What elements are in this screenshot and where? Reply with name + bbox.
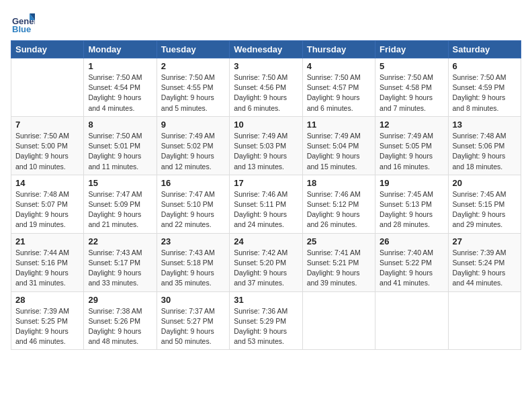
day-info: Sunrise: 7:46 AMSunset: 5:12 PMDaylight:… bbox=[307, 189, 371, 230]
day-info: Sunrise: 7:43 AMSunset: 5:18 PMDaylight:… bbox=[161, 248, 225, 289]
day-info: Sunrise: 7:47 AMSunset: 5:09 PMDaylight:… bbox=[88, 189, 152, 230]
logo-icon: General Blue bbox=[11, 11, 35, 35]
svg-text:Blue: Blue bbox=[12, 24, 31, 34]
calendar-week-row: 14 Sunrise: 7:48 AMSunset: 5:07 PMDaylig… bbox=[11, 175, 521, 233]
day-number: 5 bbox=[380, 61, 443, 71]
weekday-header-sunday: Sunday bbox=[11, 41, 84, 58]
day-number: 9 bbox=[161, 120, 225, 130]
day-number: 19 bbox=[380, 178, 443, 188]
day-number: 6 bbox=[453, 61, 517, 71]
day-info: Sunrise: 7:40 AMSunset: 5:22 PMDaylight:… bbox=[380, 248, 443, 289]
weekday-header-monday: Monday bbox=[84, 41, 157, 58]
calendar-week-row: 1 Sunrise: 7:50 AMSunset: 4:54 PMDayligh… bbox=[11, 58, 521, 117]
logo: General Blue bbox=[11, 11, 35, 35]
day-info: Sunrise: 7:48 AMSunset: 5:07 PMDaylight:… bbox=[15, 189, 79, 230]
day-number: 25 bbox=[307, 236, 371, 246]
calendar-cell: 25 Sunrise: 7:41 AMSunset: 5:21 PMDaylig… bbox=[302, 233, 375, 291]
day-info: Sunrise: 7:39 AMSunset: 5:24 PMDaylight:… bbox=[453, 248, 517, 289]
day-number: 14 bbox=[15, 178, 79, 188]
day-info: Sunrise: 7:48 AMSunset: 5:06 PMDaylight:… bbox=[453, 131, 517, 172]
day-number: 28 bbox=[15, 295, 79, 305]
calendar-week-row: 7 Sunrise: 7:50 AMSunset: 5:00 PMDayligh… bbox=[11, 116, 521, 175]
calendar-cell bbox=[302, 291, 375, 350]
calendar-cell: 24 Sunrise: 7:42 AMSunset: 5:20 PMDaylig… bbox=[230, 233, 302, 291]
calendar-cell: 18 Sunrise: 7:46 AMSunset: 5:12 PMDaylig… bbox=[302, 175, 375, 233]
day-info: Sunrise: 7:50 AMSunset: 4:58 PMDaylight:… bbox=[380, 73, 443, 113]
day-number: 16 bbox=[161, 178, 225, 188]
calendar-cell: 9 Sunrise: 7:49 AMSunset: 5:02 PMDayligh… bbox=[157, 116, 229, 175]
day-info: Sunrise: 7:44 AMSunset: 5:16 PMDaylight:… bbox=[15, 248, 79, 289]
day-number: 11 bbox=[307, 120, 371, 130]
day-info: Sunrise: 7:39 AMSunset: 5:25 PMDaylight:… bbox=[15, 306, 79, 347]
day-info: Sunrise: 7:36 AMSunset: 5:29 PMDaylight:… bbox=[234, 306, 298, 347]
calendar-cell: 5 Sunrise: 7:50 AMSunset: 4:58 PMDayligh… bbox=[375, 58, 448, 117]
weekday-header-tuesday: Tuesday bbox=[157, 41, 229, 58]
day-info: Sunrise: 7:37 AMSunset: 5:27 PMDaylight:… bbox=[161, 306, 225, 347]
day-number: 4 bbox=[307, 61, 371, 71]
calendar-cell: 17 Sunrise: 7:46 AMSunset: 5:11 PMDaylig… bbox=[230, 175, 302, 233]
calendar-cell: 14 Sunrise: 7:48 AMSunset: 5:07 PMDaylig… bbox=[11, 175, 84, 233]
day-number: 7 bbox=[15, 120, 79, 130]
calendar-cell: 8 Sunrise: 7:50 AMSunset: 5:01 PMDayligh… bbox=[84, 116, 157, 175]
calendar-cell: 22 Sunrise: 7:43 AMSunset: 5:17 PMDaylig… bbox=[84, 233, 157, 291]
calendar-cell: 16 Sunrise: 7:47 AMSunset: 5:10 PMDaylig… bbox=[157, 175, 229, 233]
day-info: Sunrise: 7:43 AMSunset: 5:17 PMDaylight:… bbox=[88, 248, 152, 289]
calendar-cell: 7 Sunrise: 7:50 AMSunset: 5:00 PMDayligh… bbox=[11, 116, 84, 175]
day-number: 22 bbox=[88, 236, 152, 246]
calendar-cell: 3 Sunrise: 7:50 AMSunset: 4:56 PMDayligh… bbox=[230, 58, 302, 117]
calendar-cell: 23 Sunrise: 7:43 AMSunset: 5:18 PMDaylig… bbox=[157, 233, 229, 291]
day-number: 17 bbox=[234, 178, 298, 188]
day-number: 24 bbox=[234, 236, 298, 246]
calendar-cell: 20 Sunrise: 7:45 AMSunset: 5:15 PMDaylig… bbox=[448, 175, 521, 233]
weekday-header-thursday: Thursday bbox=[302, 41, 375, 58]
day-info: Sunrise: 7:49 AMSunset: 5:02 PMDaylight:… bbox=[161, 131, 225, 172]
day-info: Sunrise: 7:50 AMSunset: 5:01 PMDaylight:… bbox=[88, 131, 152, 172]
day-info: Sunrise: 7:45 AMSunset: 5:15 PMDaylight:… bbox=[453, 189, 517, 230]
day-info: Sunrise: 7:46 AMSunset: 5:11 PMDaylight:… bbox=[234, 189, 298, 230]
page-header: General Blue bbox=[11, 11, 521, 35]
day-number: 26 bbox=[380, 236, 443, 246]
day-number: 1 bbox=[88, 61, 152, 71]
day-info: Sunrise: 7:47 AMSunset: 5:10 PMDaylight:… bbox=[161, 189, 225, 230]
day-number: 21 bbox=[15, 236, 79, 246]
calendar-cell: 1 Sunrise: 7:50 AMSunset: 4:54 PMDayligh… bbox=[84, 58, 157, 117]
day-info: Sunrise: 7:50 AMSunset: 4:54 PMDaylight:… bbox=[88, 73, 152, 113]
day-number: 30 bbox=[161, 295, 225, 305]
day-number: 2 bbox=[161, 61, 225, 71]
calendar-cell: 30 Sunrise: 7:37 AMSunset: 5:27 PMDaylig… bbox=[157, 291, 229, 350]
day-info: Sunrise: 7:50 AMSunset: 5:00 PMDaylight:… bbox=[15, 131, 79, 172]
calendar-cell: 12 Sunrise: 7:49 AMSunset: 5:05 PMDaylig… bbox=[375, 116, 448, 175]
day-info: Sunrise: 7:49 AMSunset: 5:04 PMDaylight:… bbox=[307, 131, 371, 172]
calendar-table: SundayMondayTuesdayWednesdayThursdayFrid… bbox=[11, 40, 521, 350]
calendar-cell bbox=[448, 291, 521, 350]
weekday-header-friday: Friday bbox=[375, 41, 448, 58]
weekday-header-saturday: Saturday bbox=[448, 41, 521, 58]
day-info: Sunrise: 7:49 AMSunset: 5:03 PMDaylight:… bbox=[234, 131, 298, 172]
day-number: 3 bbox=[234, 61, 298, 71]
day-info: Sunrise: 7:50 AMSunset: 4:55 PMDaylight:… bbox=[161, 73, 225, 113]
day-number: 18 bbox=[307, 178, 371, 188]
calendar-cell: 11 Sunrise: 7:49 AMSunset: 5:04 PMDaylig… bbox=[302, 116, 375, 175]
day-number: 27 bbox=[453, 236, 517, 246]
day-info: Sunrise: 7:49 AMSunset: 5:05 PMDaylight:… bbox=[380, 131, 443, 172]
day-number: 29 bbox=[88, 295, 152, 305]
calendar-cell: 2 Sunrise: 7:50 AMSunset: 4:55 PMDayligh… bbox=[157, 58, 229, 117]
calendar-cell: 6 Sunrise: 7:50 AMSunset: 4:59 PMDayligh… bbox=[448, 58, 521, 117]
calendar-cell: 10 Sunrise: 7:49 AMSunset: 5:03 PMDaylig… bbox=[230, 116, 302, 175]
day-number: 20 bbox=[453, 178, 517, 188]
day-number: 15 bbox=[88, 178, 152, 188]
calendar-cell: 15 Sunrise: 7:47 AMSunset: 5:09 PMDaylig… bbox=[84, 175, 157, 233]
calendar-cell: 4 Sunrise: 7:50 AMSunset: 4:57 PMDayligh… bbox=[302, 58, 375, 117]
calendar-cell: 19 Sunrise: 7:45 AMSunset: 5:13 PMDaylig… bbox=[375, 175, 448, 233]
day-info: Sunrise: 7:50 AMSunset: 4:57 PMDaylight:… bbox=[307, 73, 371, 113]
calendar-cell: 13 Sunrise: 7:48 AMSunset: 5:06 PMDaylig… bbox=[448, 116, 521, 175]
calendar-cell: 21 Sunrise: 7:44 AMSunset: 5:16 PMDaylig… bbox=[11, 233, 84, 291]
calendar-cell: 27 Sunrise: 7:39 AMSunset: 5:24 PMDaylig… bbox=[448, 233, 521, 291]
day-number: 13 bbox=[453, 120, 517, 130]
day-number: 8 bbox=[88, 120, 152, 130]
calendar-cell: 31 Sunrise: 7:36 AMSunset: 5:29 PMDaylig… bbox=[230, 291, 302, 350]
calendar-week-row: 28 Sunrise: 7:39 AMSunset: 5:25 PMDaylig… bbox=[11, 291, 521, 350]
calendar-cell bbox=[11, 58, 84, 117]
day-info: Sunrise: 7:50 AMSunset: 4:56 PMDaylight:… bbox=[234, 73, 298, 113]
day-info: Sunrise: 7:38 AMSunset: 5:26 PMDaylight:… bbox=[88, 306, 152, 347]
